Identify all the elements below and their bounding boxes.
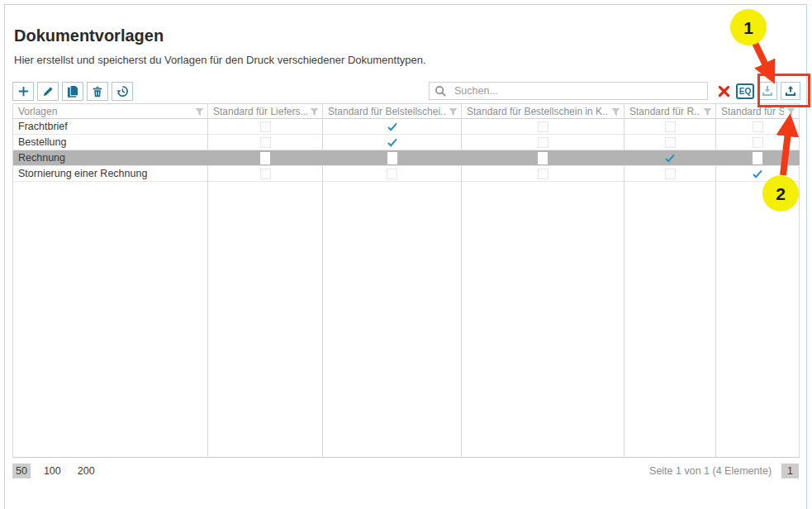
checkmark-icon[interactable] bbox=[387, 138, 398, 147]
column-header-label: Vorlagen bbox=[18, 106, 57, 117]
standard-cell bbox=[462, 119, 624, 134]
standard-cell bbox=[462, 135, 624, 150]
checkbox[interactable] bbox=[753, 152, 762, 164]
clear-search-button[interactable] bbox=[715, 82, 733, 100]
checkbox[interactable] bbox=[753, 121, 763, 132]
column-header-label: Standard für Belstellschei... bbox=[328, 106, 446, 117]
copy-button[interactable] bbox=[62, 82, 83, 101]
edit-button[interactable] bbox=[37, 82, 59, 101]
delete-button[interactable] bbox=[87, 82, 108, 101]
filter-icon[interactable] bbox=[611, 107, 620, 117]
empty-column bbox=[208, 182, 323, 457]
template-name: Stornierung einer Rechnung bbox=[13, 166, 208, 181]
app-window: Dokumentvorlagen Hier erstellst und spei… bbox=[0, 0, 812, 509]
page-size-selector: 50100200 bbox=[12, 464, 98, 478]
filter-icon[interactable] bbox=[786, 107, 795, 117]
column-search-button[interactable]: EQ bbox=[736, 83, 754, 99]
filter-icon[interactable] bbox=[703, 107, 712, 117]
standard-cell bbox=[624, 119, 716, 134]
checkbox[interactable] bbox=[753, 137, 763, 148]
checkmark-icon[interactable] bbox=[752, 169, 763, 178]
page-subtitle: Hier erstellst und speicherst du Vorlage… bbox=[14, 54, 426, 66]
table-header-row: VorlagenStandard für Liefers...Standard … bbox=[13, 103, 800, 119]
table-row[interactable]: Stornierung einer Rechnung bbox=[13, 166, 800, 182]
checkbox[interactable] bbox=[665, 121, 676, 132]
download-template-button[interactable] bbox=[757, 82, 777, 100]
template-name: Bestellung bbox=[13, 135, 208, 150]
column-header[interactable]: Standard für Belstellschei... bbox=[323, 104, 462, 119]
column-header-label: Standard für Liefers... bbox=[213, 106, 307, 117]
standard-cell bbox=[323, 119, 462, 134]
download-icon bbox=[761, 84, 774, 98]
standard-cell bbox=[716, 150, 800, 165]
standard-cell bbox=[716, 166, 800, 181]
checkbox[interactable] bbox=[538, 121, 548, 132]
page-size-50[interactable]: 50 bbox=[12, 464, 31, 478]
filter-icon[interactable] bbox=[310, 107, 319, 117]
page-size-200[interactable]: 200 bbox=[74, 464, 98, 478]
pager: 50100200 Seite 1 von 1 (4 Elemente) 1 bbox=[12, 461, 799, 481]
templates-table: VorlagenStandard für Liefers...Standard … bbox=[12, 103, 800, 458]
checkbox[interactable] bbox=[538, 152, 548, 164]
dokumentvorlagen-panel: Dokumentvorlagen Hier erstellst und spei… bbox=[4, 4, 807, 509]
search-icon bbox=[434, 85, 447, 98]
page-number-button[interactable]: 1 bbox=[781, 464, 799, 478]
pager-info: Seite 1 von 1 (4 Elemente) bbox=[649, 465, 772, 477]
checkbox[interactable] bbox=[260, 121, 271, 132]
standard-cell bbox=[323, 166, 462, 181]
empty-column bbox=[462, 182, 624, 457]
standard-cell bbox=[323, 150, 462, 165]
filter-icon[interactable] bbox=[449, 107, 458, 117]
standard-cell bbox=[208, 119, 323, 134]
column-header[interactable]: Standard für R... bbox=[624, 104, 716, 119]
add-button[interactable] bbox=[12, 82, 34, 101]
checkbox[interactable] bbox=[260, 137, 271, 148]
checkbox[interactable] bbox=[665, 137, 676, 148]
table-row[interactable]: Rechnung bbox=[13, 150, 800, 166]
copy-icon bbox=[67, 85, 79, 98]
column-header-label: Standard für Bestellschein in K... bbox=[467, 106, 609, 117]
standard-cell bbox=[208, 166, 323, 181]
column-header[interactable]: Standard für Liefers... bbox=[208, 104, 323, 119]
template-name: Rechnung bbox=[13, 150, 208, 165]
column-header-label: Standard für St... bbox=[721, 106, 784, 117]
history-icon bbox=[116, 85, 129, 98]
plus-icon bbox=[17, 85, 30, 98]
standard-cell bbox=[208, 135, 323, 150]
search-input[interactable] bbox=[453, 84, 702, 98]
standard-cell bbox=[716, 135, 800, 150]
standard-cell bbox=[716, 119, 800, 134]
standard-cell bbox=[208, 150, 323, 165]
checkmark-icon[interactable] bbox=[387, 122, 398, 131]
toolbar-right: EQ bbox=[429, 82, 800, 100]
empty-column bbox=[13, 182, 208, 457]
upload-template-button[interactable] bbox=[781, 82, 800, 100]
upload-icon bbox=[784, 84, 797, 98]
toolbar-left bbox=[12, 82, 133, 101]
checkbox[interactable] bbox=[665, 169, 676, 179]
table-row[interactable]: Bestellung bbox=[13, 135, 800, 150]
template-name: Frachtbrief bbox=[13, 119, 208, 134]
checkbox[interactable] bbox=[538, 137, 548, 148]
pencil-icon bbox=[42, 86, 54, 98]
checkmark-icon[interactable] bbox=[664, 154, 676, 163]
column-header-label: Standard für R... bbox=[629, 106, 700, 117]
checkbox[interactable] bbox=[387, 169, 397, 179]
table-row[interactable]: Frachtbrief bbox=[13, 119, 800, 135]
page-size-100[interactable]: 100 bbox=[40, 464, 64, 478]
standard-cell bbox=[462, 166, 624, 181]
standard-cell bbox=[624, 166, 716, 181]
clear-x-icon bbox=[718, 85, 730, 98]
checkbox[interactable] bbox=[538, 169, 548, 179]
column-header[interactable]: Standard für Bestellschein in K... bbox=[462, 104, 624, 119]
history-button[interactable] bbox=[112, 82, 133, 101]
eq-icon: EQ bbox=[739, 87, 751, 96]
checkbox[interactable] bbox=[260, 169, 271, 179]
standard-cell bbox=[624, 150, 716, 165]
column-header[interactable]: Standard für St... bbox=[716, 104, 800, 119]
filter-icon[interactable] bbox=[195, 107, 204, 117]
empty-column bbox=[323, 182, 462, 457]
checkbox[interactable] bbox=[387, 152, 397, 164]
column-header[interactable]: Vorlagen bbox=[13, 104, 208, 119]
checkbox[interactable] bbox=[260, 152, 270, 164]
